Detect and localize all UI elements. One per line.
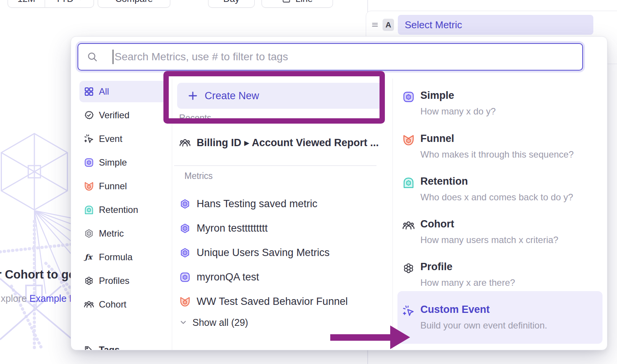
sidebar-item-verified[interactable]: Verified	[79, 105, 167, 126]
type-item-simple[interactable]: Simple How many x do y?	[396, 90, 604, 117]
select-metric-button[interactable]: Select Metric	[398, 15, 593, 35]
range-12m-button[interactable]: 12M	[8, 0, 45, 7]
simple-icon	[84, 157, 94, 168]
line-chart-icon	[282, 0, 291, 3]
funnel-icon	[84, 181, 94, 192]
background-explore-line: xplore Example R	[1, 293, 76, 304]
metric-hexagon-icon	[179, 198, 191, 210]
sidebar-item-event[interactable]: Event	[79, 128, 167, 150]
annotation-arrowhead	[390, 325, 410, 349]
category-sidebar: All Verified Event Simple Funnel Retenti…	[71, 79, 172, 350]
type-item-retention[interactable]: Retention Who does x and comes back to d…	[396, 176, 604, 203]
line-chart-type-button[interactable]: Line	[262, 0, 333, 8]
simple-icon	[402, 90, 415, 103]
profiles-icon	[84, 275, 94, 286]
cohort-icon	[402, 219, 415, 232]
sidebar-item-all[interactable]: All	[79, 81, 167, 102]
metric-list-item[interactable]: Myron testtttttttt	[179, 221, 268, 236]
profiles-icon	[402, 262, 415, 275]
sidebar-item-metric[interactable]: Metric	[79, 223, 167, 244]
tag-icon	[84, 345, 94, 350]
metric-list-item[interactable]: Hans Testing saved metric	[179, 196, 317, 211]
recents-metrics-divider	[174, 165, 376, 166]
type-item-cohort[interactable]: Cohort How many users match x criteria?	[396, 218, 604, 245]
empty-state-illustration	[0, 126, 73, 351]
type-item-profile[interactable]: Profile How many x are there?	[396, 261, 604, 288]
background-heading-fragment: r Cohort to ge	[0, 268, 75, 282]
cohort-icon	[84, 299, 94, 310]
metric-list-item[interactable]: Unique Users Saving Metrics	[179, 245, 329, 260]
metric-hexagon-icon	[179, 222, 191, 234]
create-new-button[interactable]: Create New	[177, 83, 383, 109]
metric-search-input[interactable]	[115, 51, 582, 63]
cohort-icon	[179, 137, 191, 149]
sidebar-item-retention[interactable]: Retention	[79, 199, 167, 221]
select-metric-dropdown: All Verified Event Simple Funnel Retenti…	[71, 36, 607, 350]
metric-query-row: A Select Metric	[371, 15, 593, 34]
sidebar-item-formula[interactable]: Formula	[79, 246, 167, 268]
app-root: 12M YTD Compare Day Line A Select Metric	[0, 0, 617, 364]
custom-event-icon	[402, 304, 415, 317]
example-reports-link[interactable]: Example R	[29, 293, 76, 304]
recent-item-billing-id[interactable]: Billing ID ▸ Account Viewed Report ...	[179, 135, 379, 150]
metric-hexagon-icon	[179, 247, 191, 259]
chevron-down-icon	[179, 318, 187, 327]
sidebar-item-funnel[interactable]: Funnel	[79, 176, 167, 197]
metric-search-box[interactable]	[78, 43, 583, 71]
chevron-down-icon	[77, 0, 84, 2]
date-range-segmented-control[interactable]: 12M YTD	[8, 0, 94, 8]
verified-badge-icon	[84, 110, 94, 121]
formula-icon	[84, 252, 94, 263]
funnel-icon	[402, 134, 415, 147]
retention-icon	[402, 176, 415, 189]
metrics-section-label: Metrics	[184, 171, 213, 181]
recents-section-label: Recents	[179, 113, 211, 123]
grid-icon	[84, 86, 94, 97]
type-item-custom-event[interactable]: Custom Event Build your own event defini…	[396, 304, 604, 331]
retention-icon	[84, 205, 94, 215]
type-item-funnel[interactable]: Funnel Who makes it through this sequenc…	[396, 133, 604, 160]
day-granularity-button[interactable]: Day	[208, 0, 255, 8]
search-icon	[87, 51, 98, 63]
sidebar-item-tags[interactable]: Tags	[79, 339, 167, 350]
metric-list-item[interactable]: WW Test Saved Behavior Funnel	[179, 294, 348, 309]
text-caret	[113, 50, 113, 64]
range-ytd-button[interactable]: YTD	[45, 0, 94, 7]
compare-button[interactable]: Compare	[98, 0, 170, 8]
event-cursor-icon	[84, 134, 94, 144]
annotation-arrow	[330, 334, 391, 341]
simple-icon	[179, 271, 191, 283]
plus-icon	[187, 90, 199, 101]
show-all-toggle[interactable]: Show all (29)	[179, 316, 248, 329]
funnel-icon	[179, 296, 191, 308]
sidebar-item-profiles[interactable]: Profiles	[79, 270, 167, 292]
metric-list-item[interactable]: myronQA test	[179, 269, 259, 285]
metric-hexagon-icon	[84, 228, 94, 239]
drag-handle-icon[interactable]	[371, 21, 379, 29]
sidebar-item-cohort[interactable]: Cohort	[79, 294, 167, 315]
sidebar-item-simple[interactable]: Simple	[79, 152, 167, 173]
row-letter-badge: A	[383, 19, 394, 31]
